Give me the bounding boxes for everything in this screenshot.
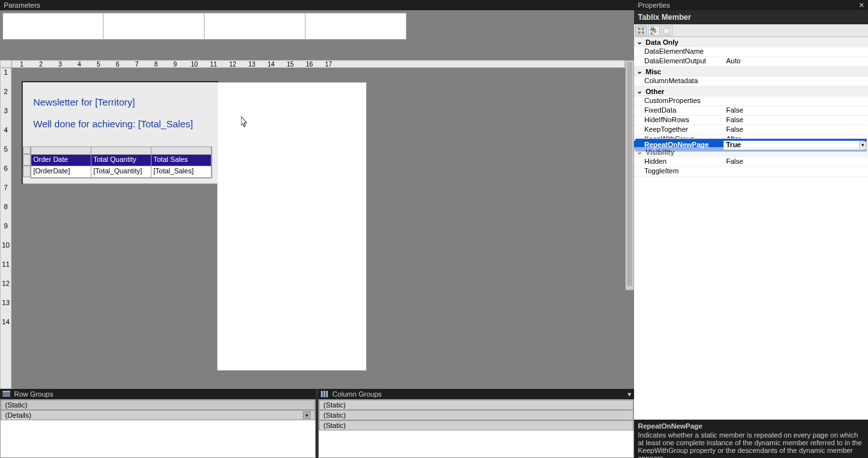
property-value[interactable] (724, 77, 868, 86)
ruler-tick: 6 (108, 61, 127, 68)
scrollbar-vertical[interactable] (625, 60, 634, 290)
ruler-tick: 14 (1, 318, 11, 337)
column-group-item[interactable]: (Static) (319, 420, 633, 430)
ruler-tick: 11 (204, 61, 223, 68)
property-name: KeepWithGroup (634, 135, 724, 138)
svg-rect-0 (3, 391, 10, 393)
alphabetical-button[interactable]: AZ (648, 26, 660, 36)
property-value[interactable]: Auto (724, 57, 868, 66)
tablix-header-cell[interactable]: Order Date (31, 155, 91, 166)
properties-toolbar: AZ (634, 24, 868, 37)
tablix-corner[interactable] (23, 146, 31, 154)
row-groups-icon (3, 391, 10, 397)
property-row[interactable]: HideIfNoRowsFalse (634, 116, 868, 125)
property-row[interactable]: ToggleItem (634, 167, 868, 177)
property-value[interactable]: False (724, 125, 868, 134)
svg-rect-2 (3, 395, 10, 397)
svg-rect-13 (663, 28, 670, 29)
ruler-tick: 2 (1, 88, 11, 107)
column-groups-icon (321, 391, 329, 397)
row-groups-pane: Row Groups (Static)(Details)▾ (0, 389, 316, 458)
property-value[interactable]: After (724, 135, 868, 138)
properties-grid[interactable]: ⌄Data OnlyDataElementNameDataElementOutp… (634, 37, 868, 420)
property-value[interactable] (724, 97, 868, 106)
chevron-down-icon[interactable]: ⌄ (635, 148, 643, 156)
chevron-down-icon[interactable]: ▾ (303, 411, 311, 419)
tablix-header-cell[interactable]: Total Quantity (91, 155, 151, 166)
tablix-data-cell[interactable]: [Total_Quantity] (91, 166, 151, 178)
ruler-tick: 1 (12, 61, 31, 68)
ruler-tick: 2 (31, 61, 50, 68)
row-groups-header: Row Groups (0, 389, 316, 399)
property-pages-button[interactable] (661, 26, 672, 36)
tablix-col-selector[interactable] (91, 147, 151, 155)
property-row[interactable]: ColumnMetadata (634, 77, 868, 86)
row-group-item[interactable]: (Static) (1, 400, 315, 410)
ruler-tick: 10 (185, 61, 204, 68)
property-value[interactable]: False (724, 116, 868, 125)
chevron-down-icon[interactable]: ⌄ (635, 67, 643, 75)
column-groups-pane: Column Groups ▾ (Static)(Static)(Static) (318, 389, 634, 458)
page-body[interactable]: Newsletter for [Territory] Well done for… (22, 82, 217, 183)
property-row[interactable]: KeepTogetherFalse (634, 125, 868, 135)
property-value[interactable]: False (724, 157, 868, 166)
report-page[interactable]: Newsletter for [Territory] Well done for… (22, 82, 368, 371)
property-description-title: RepeatOnNewPage (638, 422, 864, 430)
property-row[interactable]: HiddenFalse (634, 157, 868, 167)
properties-panel: Properties × Tablix Member AZ ⌄Data Only… (634, 0, 868, 458)
property-name: ColumnMetadata (634, 77, 724, 86)
property-row[interactable]: DataElementOutputAuto (634, 57, 868, 67)
ruler-tick: 7 (127, 61, 146, 68)
tablix[interactable]: Order DateTotal QuantityTotal Sales [Ord… (31, 146, 212, 178)
tablix-col-selector[interactable] (31, 147, 91, 155)
ruler-tick: 9 (166, 61, 185, 68)
textbox-subtitle[interactable]: Well done for achieving: [Total_Sales] (33, 118, 193, 129)
tablix-data-cell[interactable]: [OrderDate] (31, 166, 91, 178)
property-category[interactable]: ⌄Visibility (634, 147, 868, 157)
tablix-row-selector[interactable] (23, 154, 31, 166)
property-row[interactable]: DataElementName (634, 47, 868, 57)
column-group-item[interactable]: (Static) (319, 410, 633, 420)
property-name: ToggleItem (634, 167, 724, 176)
property-category[interactable]: ⌄Data Only (634, 37, 868, 47)
tablix-data-cell[interactable]: [Total_Sales] (151, 166, 212, 178)
property-name: FixedData (634, 106, 724, 115)
parameter-cell[interactable] (205, 13, 306, 40)
ruler-corner (0, 60, 12, 68)
svg-rect-1 (3, 393, 10, 395)
textbox-title[interactable]: Newsletter for [Territory] (33, 97, 135, 107)
groups-menu-button[interactable]: ▾ (625, 389, 634, 399)
property-value[interactable]: False (724, 106, 868, 115)
properties-object-name: Tablix Member (634, 10, 868, 24)
property-name: HideIfNoRows (634, 116, 724, 125)
property-row[interactable]: CustomProperties (634, 97, 868, 106)
tablix-row-selector[interactable] (23, 166, 31, 177)
ruler-tick: 8 (146, 61, 166, 68)
parameter-cell[interactable] (306, 13, 407, 40)
parameter-cell[interactable] (3, 13, 104, 40)
parameters-header: Parameters (0, 0, 634, 10)
ruler-horizontal: 1234567891011121314151617 (12, 60, 625, 68)
property-value[interactable] (724, 47, 868, 56)
property-category[interactable]: ⌄Misc (634, 67, 868, 77)
ruler-tick: 9 (1, 222, 11, 241)
design-surface[interactable]: 1234567891011121314151617 12345678910111… (0, 42, 634, 389)
chevron-down-icon[interactable]: ⌄ (635, 38, 643, 46)
property-row[interactable]: KeepWithGroupAfter (634, 135, 868, 139)
row-group-item[interactable]: (Details)▾ (1, 410, 315, 420)
categorized-button[interactable] (635, 26, 647, 36)
property-row[interactable]: FixedDataFalse (634, 106, 868, 116)
tablix-col-selector[interactable] (151, 147, 212, 155)
property-category[interactable]: ⌄Other (634, 86, 868, 97)
close-icon[interactable]: × (859, 0, 864, 10)
property-value[interactable] (724, 167, 868, 176)
parameters-body (0, 10, 634, 42)
svg-text:Z: Z (650, 28, 655, 35)
chevron-down-icon[interactable]: ⌄ (635, 87, 643, 95)
svg-rect-6 (638, 28, 640, 30)
scrollbar-thumb[interactable] (627, 62, 632, 286)
ruler-tick: 17 (319, 61, 338, 68)
tablix-header-cell[interactable]: Total Sales (151, 155, 212, 166)
parameter-cell[interactable] (104, 13, 205, 40)
column-group-item[interactable]: (Static) (319, 400, 633, 410)
